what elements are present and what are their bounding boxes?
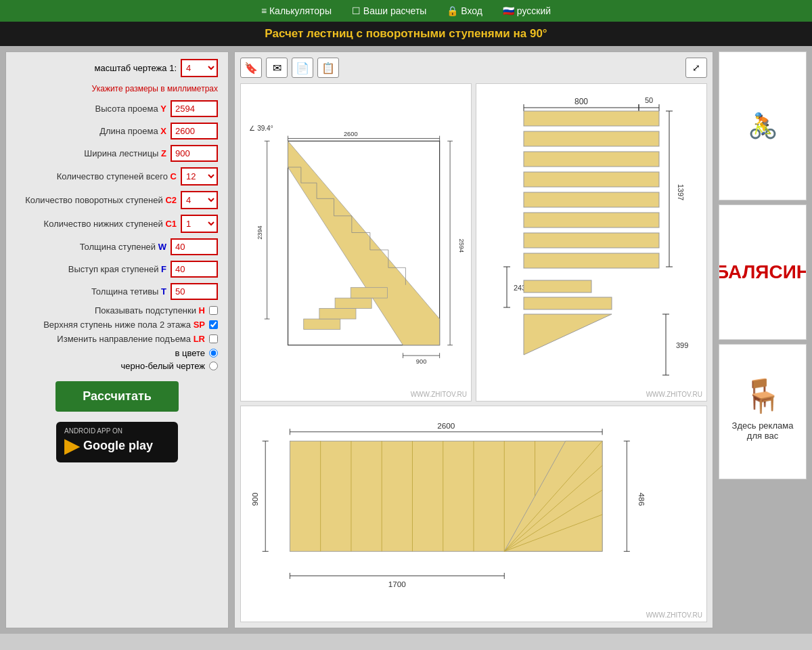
radio-bw-label: черно-белый чертеж <box>121 361 205 371</box>
toolbar: 🔖 ✉ 📄 📋 ⤢ <box>240 58 707 78</box>
svg-marker-63 <box>524 314 612 355</box>
nav-calculators[interactable]: ≡ Калькуляторы <box>261 5 332 16</box>
svg-rect-29 <box>304 319 340 329</box>
select-c1[interactable]: 123 <box>181 215 218 233</box>
svg-rect-49 <box>524 192 659 207</box>
checkbox-lr-row: Изменить направление подъема LR <box>16 334 218 344</box>
left-panel: масштаб чертежа 1: 4215 Укажите размеры … <box>5 51 229 628</box>
nav-language[interactable]: 🇷🇺 русский <box>503 5 551 16</box>
svg-rect-31 <box>335 298 371 308</box>
field-label-z: Ширина лестницы Z <box>16 148 166 158</box>
toolbar-copy[interactable]: 📋 <box>317 58 339 78</box>
ad-text-2: Здесь реклама для вас <box>725 415 800 446</box>
svg-rect-46 <box>524 131 659 146</box>
field-label-t: Толщина тетивы T <box>16 286 166 297</box>
svg-rect-61 <box>524 280 591 292</box>
radio-color[interactable] <box>209 349 218 358</box>
radio-color-row: в цвете <box>16 348 218 358</box>
input-w[interactable] <box>171 238 218 255</box>
field-label-c2: Количество поворотных ступеней C2 <box>16 195 177 205</box>
field-row-c1: Количество нижних ступеней C1 123 <box>16 215 218 233</box>
ad-box-1[interactable]: 🚴 <box>719 51 807 200</box>
svg-rect-32 <box>351 288 387 298</box>
checkbox-lr-label: Изменить направление подъема LR <box>57 334 205 344</box>
checkbox-h-label: Показывать подступенки H <box>95 305 205 316</box>
toolbar-bookmark[interactable]: 🔖 <box>240 58 262 78</box>
svg-rect-52 <box>524 253 659 268</box>
field-row-c2: Количество поворотных ступеней C2 4235 <box>16 191 218 209</box>
svg-rect-62 <box>524 297 612 309</box>
page-title: Расчет лестниц с поворотными ступенями н… <box>0 22 812 46</box>
nav-my-calcs[interactable]: ☐ Ваши расчеты <box>352 5 426 16</box>
field-label-w: Толщина ступеней W <box>16 242 166 252</box>
main-layout: масштаб чертежа 1: 4215 Укажите размеры … <box>0 46 812 634</box>
radio-bw-row: черно-белый чертеж <box>16 361 218 371</box>
android-badge[interactable]: ANDROID APP ON ▶ Google play <box>56 422 178 462</box>
radio-color-label: в цвете <box>175 348 205 358</box>
checkbox-sp[interactable] <box>209 320 218 329</box>
field-label-c: Количество ступеней всего C <box>16 171 177 181</box>
calc-button[interactable]: Рассчитать <box>55 381 179 412</box>
svg-marker-14 <box>288 141 440 345</box>
hint-text: Укажите размеры в миллиметрах <box>16 84 218 93</box>
field-row-t: Толщина тетивы T <box>16 283 218 300</box>
input-x[interactable] <box>171 123 218 139</box>
svg-text:50: 50 <box>645 96 653 104</box>
field-row-y: Высота проема Y <box>16 100 218 117</box>
select-c[interactable]: 1210111314 <box>181 167 218 186</box>
ad-box-2[interactable]: БАЛЯСИН <box>719 204 807 340</box>
field-label-c1: Количество нижних ступеней C1 <box>16 219 177 229</box>
drawing-top-view: 2600 900 <box>240 406 707 622</box>
svg-rect-45 <box>524 111 659 126</box>
toolbar-pdf[interactable]: 📄 <box>292 58 313 78</box>
svg-rect-30 <box>319 309 356 319</box>
svg-text:900: 900 <box>250 492 259 506</box>
field-row-w: Толщина ступеней W <box>16 238 218 255</box>
input-y[interactable] <box>171 100 218 117</box>
scale-row: масштаб чертежа 1: 4215 <box>16 59 218 77</box>
field-label-f: Выступ края ступеней F <box>16 264 166 274</box>
drawings-area: ∠ 39.4° 2600 2394 <box>240 83 707 622</box>
field-row-z: Ширина лестницы Z <box>16 145 218 162</box>
svg-rect-51 <box>524 233 659 248</box>
checkbox-h-row: Показывать подступенки H <box>16 305 218 316</box>
svg-text:486: 486 <box>637 493 646 506</box>
svg-rect-47 <box>524 152 659 167</box>
field-row-f: Выступ края ступеней F <box>16 261 218 278</box>
scale-label: масштаб чертежа 1: <box>95 63 177 73</box>
svg-text:399: 399 <box>676 341 688 349</box>
checkbox-sp-row: Верхняя ступень ниже пола 2 этажа SP <box>16 320 218 330</box>
svg-text:2600: 2600 <box>344 131 358 137</box>
nav-login[interactable]: 🔒 Вход <box>447 5 482 16</box>
input-f[interactable] <box>171 261 218 278</box>
toolbar-email[interactable]: ✉ <box>266 58 288 78</box>
input-z[interactable] <box>171 145 218 162</box>
svg-rect-48 <box>524 172 659 187</box>
center-panel: 🔖 ✉ 📄 📋 ⤢ ∠ 39.4° 2600 <box>234 51 713 628</box>
watermark-front: WWW.ZHITOV.RU <box>411 391 467 398</box>
input-t[interactable] <box>171 283 218 300</box>
scale-select[interactable]: 4215 <box>181 59 218 77</box>
checkbox-h[interactable] <box>209 306 218 315</box>
svg-rect-50 <box>524 213 659 228</box>
field-label-x: Длина проема X <box>16 126 166 136</box>
toolbar-fullscreen[interactable]: ⤢ <box>685 58 707 78</box>
toolbar-left: 🔖 ✉ 📄 📋 <box>240 58 339 78</box>
right-panel: 🚴 БАЛЯСИН 🪑 Здесь реклама для вас <box>719 51 807 628</box>
svg-text:2394: 2394 <box>256 225 263 240</box>
field-row-c: Количество ступеней всего C 1210111314 <box>16 167 218 186</box>
checkbox-sp-label: Верхняя ступень ниже пола 2 этажа SP <box>43 320 205 330</box>
radio-bw[interactable] <box>209 362 218 370</box>
svg-text:2600: 2600 <box>437 421 455 430</box>
play-icon: ▶ <box>64 435 79 457</box>
ad-box-3[interactable]: 🪑 Здесь реклама для вас <box>719 344 807 479</box>
select-c2[interactable]: 4235 <box>181 191 218 209</box>
drawing-front-view: ∠ 39.4° 2600 2394 <box>240 83 472 402</box>
checkbox-lr[interactable] <box>209 334 218 343</box>
android-badge-small: ANDROID APP ON <box>64 427 170 435</box>
top-navigation: ≡ Калькуляторы ☐ Ваши расчеты 🔒 Вход 🇷🇺 … <box>0 0 812 22</box>
svg-text:800: 800 <box>574 97 588 106</box>
drawing-side-view: 800 50 <box>476 83 707 402</box>
svg-text:∠ 39.4°: ∠ 39.4° <box>249 125 273 132</box>
svg-text:1397: 1397 <box>677 184 685 200</box>
